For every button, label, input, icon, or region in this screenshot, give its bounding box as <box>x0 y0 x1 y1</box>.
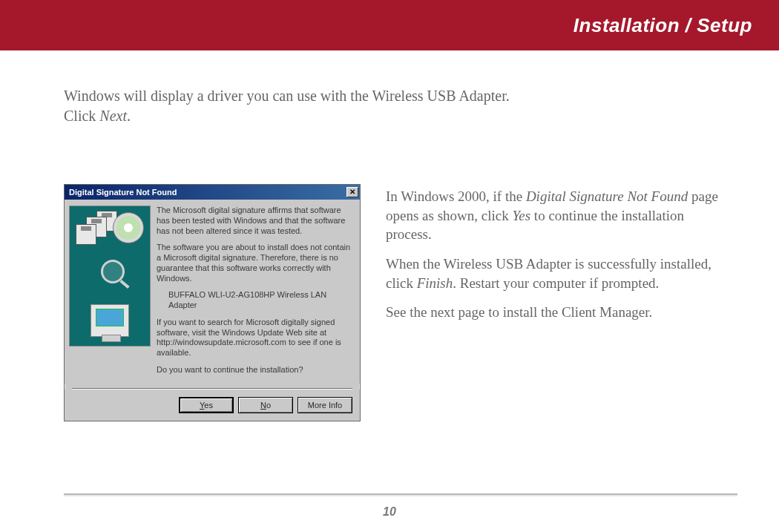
footer-rule <box>64 493 737 496</box>
dialog-para-2: The software you are about to install do… <box>157 243 352 283</box>
cd-icon <box>113 212 144 243</box>
digital-signature-dialog: Digital Signature Not Found ✕ The Micros… <box>64 184 361 421</box>
magnifier-icon <box>101 260 125 283</box>
dialog-para-3: If you want to search for Microsoft digi… <box>157 318 352 358</box>
dialog-titlebar: Digital Signature Not Found ✕ <box>65 185 360 200</box>
page-content: Windows will display a driver you can us… <box>0 50 779 421</box>
intro-line2-post: . <box>127 108 131 124</box>
yes-button[interactable]: Yes <box>179 397 234 413</box>
dialog-button-row: Yes No More Info <box>65 390 360 421</box>
close-icon[interactable]: ✕ <box>346 187 358 197</box>
instruction-column: In Windows 2000, if the Digital Signatur… <box>386 184 720 332</box>
intro-line2-pre: Click <box>64 108 99 124</box>
instruction-para-1: In Windows 2000, if the Digital Signatur… <box>386 187 720 244</box>
dialog-graphic <box>69 206 151 347</box>
no-button[interactable]: No <box>238 397 293 413</box>
instruction-para-3: See the next page to install the Client … <box>386 303 720 322</box>
no-rest: o <box>266 401 271 410</box>
page-number: 10 <box>0 505 779 519</box>
p2-em: Finish <box>417 275 453 291</box>
no-underline: N <box>260 401 266 410</box>
dialog-device-name: BUFFALO WLI-U2-AG108HP Wireless LAN Adap… <box>168 290 352 311</box>
intro-line1: Windows will display a driver you can us… <box>64 88 510 104</box>
p2-b: . Restart your computer if prompted. <box>453 275 659 291</box>
intro-line2-em: Next <box>99 108 127 124</box>
header-band: Installation / Setup <box>0 0 779 50</box>
page-section-title: Installation / Setup <box>573 14 752 37</box>
intro-text: Windows will display a driver you can us… <box>64 86 720 126</box>
yes-rest: es <box>204 401 213 410</box>
dialog-para-4: Do you want to continue the installation… <box>157 365 352 375</box>
p1-em1: Digital Signature Not Found <box>526 188 688 204</box>
dialog-text: The Microsoft digital signature affirms … <box>157 206 352 382</box>
dialog-title: Digital Signature Not Found <box>69 188 177 197</box>
monitor-icon <box>91 304 129 337</box>
floppy-icon <box>76 224 96 245</box>
more-info-button[interactable]: More Info <box>298 397 352 413</box>
p1-em2: Yes <box>512 208 530 223</box>
dialog-para-1: The Microsoft digital signature affirms … <box>157 206 352 236</box>
p1-a: In Windows 2000, if the <box>386 188 526 204</box>
instruction-para-2: When the Wireless USB Adapter is success… <box>386 254 720 292</box>
